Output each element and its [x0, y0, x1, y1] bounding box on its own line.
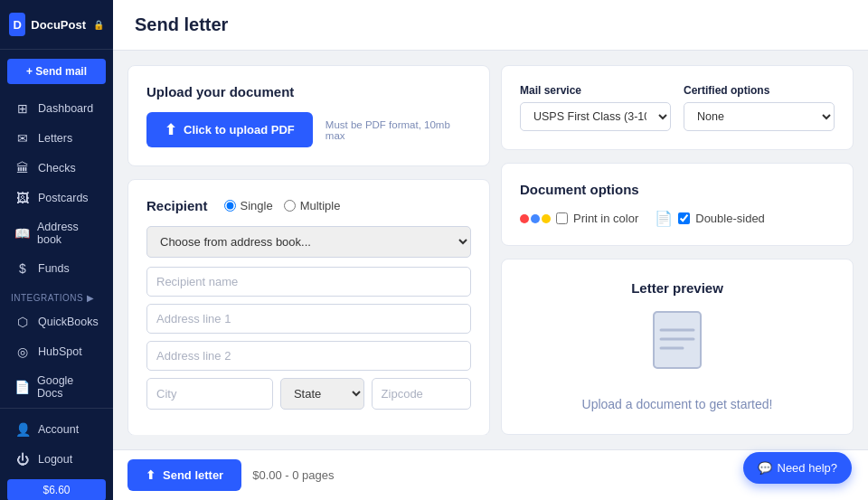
radio-multiple-input[interactable] [284, 200, 296, 212]
upload-area: ⬆ Click to upload PDF Must be PDF format… [146, 112, 471, 147]
radio-group: Single Multiple [224, 199, 341, 212]
sidebar-item-checks[interactable]: 🏛Checks [4, 154, 109, 183]
logout-label: Logout [38, 453, 72, 466]
sidebar: D DocuPost 🔒 + Send mail ⊞Dashboard✉Lett… [0, 0, 113, 500]
state-select[interactable]: State [280, 378, 364, 410]
page-title: Send letter [135, 14, 846, 35]
checks-icon: 🏛 [14, 161, 31, 175]
certified-options-select[interactable]: None Certified Mail Certified Mail + Ret… [684, 102, 835, 131]
recipient-title: Recipient [146, 198, 208, 213]
address-book-label: Address book [37, 221, 99, 246]
page-header: Send letter [113, 0, 868, 51]
certified-options-label: Certified options [684, 84, 835, 97]
double-sided-label: Double-sided [695, 212, 765, 225]
zip-input[interactable] [372, 378, 471, 410]
logo-icon: D [9, 13, 25, 36]
send-mail-button[interactable]: + Send mail [7, 59, 106, 84]
letters-icon: ✉ [14, 131, 31, 146]
sidebar-item-address-book[interactable]: 📖Address book [4, 213, 109, 253]
sidebar-item-funds[interactable]: $Funds [4, 254, 109, 283]
city-input[interactable] [146, 378, 273, 410]
integration-item-quickbooks[interactable]: ⬡QuickBooks [4, 307, 109, 336]
help-label: Need help? [778, 461, 838, 475]
radio-single-input[interactable] [224, 200, 236, 212]
bottom-nav-account[interactable]: 👤Account [4, 415, 109, 444]
send-label: Send letter [163, 468, 223, 482]
recipient-card: Recipient Single Multiple Choose from a [127, 179, 490, 435]
doc-options-row: Print in color 📄 Double-sided [520, 210, 835, 227]
radio-single[interactable]: Single [224, 199, 273, 212]
logo: D DocuPost 🔒 [0, 0, 113, 50]
content-area: Upload your document ⬆ Click to upload P… [113, 51, 868, 449]
print-color-option: Print in color [520, 212, 638, 225]
double-sided-checkbox[interactable] [678, 212, 690, 224]
quickbooks-icon: ⬡ [14, 315, 31, 329]
google-docs-icon: 📄 [14, 380, 30, 394]
sidebar-item-dashboard[interactable]: ⊞Dashboard [4, 94, 109, 123]
account-label: Account [38, 423, 79, 436]
yellow-dot [542, 214, 551, 223]
radio-multiple-label: Multiple [300, 199, 341, 212]
help-icon: 💬 [758, 461, 772, 475]
dashboard-label: Dashboard [38, 102, 93, 115]
mail-service-row: Mail service USPS First Class (3-10 days… [520, 84, 835, 131]
address-book-icon: 📖 [14, 226, 30, 241]
integration-item-hubspot[interactable]: ◎HubSpot [4, 337, 109, 366]
upload-note: Must be PDF format, 10mb max [326, 119, 471, 141]
sidebar-item-letters[interactable]: ✉Letters [4, 124, 109, 153]
postcards-icon: 🖼 [14, 191, 31, 205]
upload-button[interactable]: ⬆ Click to upload PDF [146, 112, 313, 147]
bottom-nav-logout[interactable]: ⏻Logout [4, 445, 109, 474]
sidebar-item-postcards[interactable]: 🖼Postcards [4, 184, 109, 212]
address-line1-input[interactable] [146, 304, 471, 334]
upload-card: Upload your document ⬆ Click to upload P… [127, 65, 490, 166]
funds-label: Funds [38, 262, 70, 275]
sidebar-bottom: 👤Account⏻Logout $6.60 [0, 408, 113, 500]
hubspot-icon: ◎ [14, 344, 31, 359]
preview-empty-text: Upload a document to get started! [582, 395, 773, 414]
google-docs-label: Google Docs [37, 374, 99, 400]
recipient-name-input[interactable] [146, 267, 471, 297]
main-content: Send letter Upload your document ⬆ Click… [113, 0, 868, 500]
radio-single-label: Single [241, 199, 273, 212]
certified-options-group: Certified options None Certified Mail Ce… [684, 84, 835, 131]
blue-dot [531, 214, 540, 223]
help-button[interactable]: 💬 Need help? [743, 452, 853, 484]
send-icon: ⬆ [146, 468, 156, 482]
mail-service-group: Mail service USPS First Class (3-10 days… [520, 84, 671, 131]
bottom-nav: 👤Account⏻Logout [0, 415, 113, 474]
double-sided-icon: 📄 [655, 210, 673, 227]
lock-icon: 🔒 [93, 20, 104, 30]
balance-badge: $6.60 [7, 479, 106, 500]
document-options-title: Document options [520, 182, 835, 197]
double-sided-option: 📄 Double-sided [655, 210, 765, 227]
recipient-header: Recipient Single Multiple [146, 198, 471, 213]
color-dots [520, 214, 551, 223]
address-book-select[interactable]: Choose from address book... [146, 226, 471, 258]
right-panel: Mail service USPS First Class (3-10 days… [501, 65, 854, 435]
integration-items: ⬡QuickBooks◎HubSpot📄Google Docs [0, 307, 113, 408]
address-row: State [146, 378, 471, 417]
checks-label: Checks [38, 162, 76, 175]
send-letter-button[interactable]: ⬆ Send letter [127, 459, 241, 491]
letters-label: Letters [38, 132, 72, 145]
document-options-card: Document options Print in color 📄 [501, 163, 854, 246]
funds-icon: $ [14, 261, 31, 276]
logout-icon: ⏻ [14, 452, 31, 467]
upload-label: Click to upload PDF [184, 123, 295, 137]
integration-item-google-docs[interactable]: 📄Google Docs [4, 367, 109, 407]
preview-empty-icon [650, 308, 704, 382]
upload-title: Upload your document [146, 84, 471, 99]
integrations-label: INTEGRATIONS ▶ [0, 284, 113, 307]
red-dot [520, 214, 529, 223]
mail-service-select[interactable]: USPS First Class (3-10 days) USPS Priori… [520, 102, 671, 131]
letter-preview-title: Letter preview [631, 280, 723, 296]
upload-icon: ⬆ [165, 121, 176, 138]
postcards-label: Postcards [38, 192, 89, 204]
address-line2-input[interactable] [146, 341, 471, 371]
dashboard-icon: ⊞ [14, 101, 31, 116]
print-color-label: Print in color [573, 212, 638, 225]
hubspot-label: HubSpot [38, 345, 82, 358]
radio-multiple[interactable]: Multiple [284, 199, 341, 212]
print-color-checkbox[interactable] [556, 212, 568, 224]
